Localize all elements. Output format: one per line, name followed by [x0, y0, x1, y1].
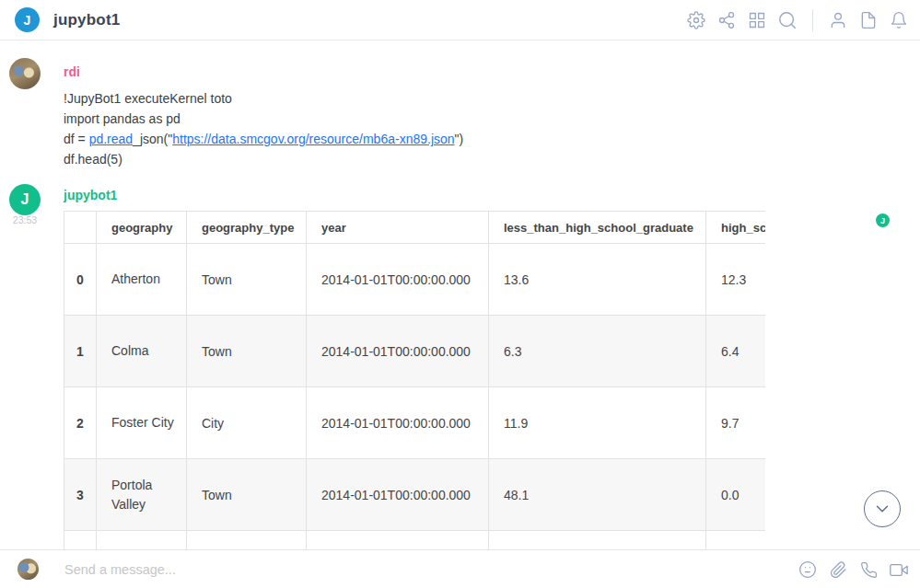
table-header-row: geographygeography_typeyearless_than_hig…: [64, 212, 766, 244]
table-header-cell: year: [307, 212, 489, 244]
scroll-to-bottom-button[interactable]: [864, 490, 901, 527]
table-cell: 9.7: [706, 387, 766, 459]
table-row: 2Foster CityCity2014-01-01T00:00:00.0001…: [64, 387, 766, 459]
bot-avatar-jupybot1[interactable]: J: [9, 184, 41, 215]
message-line: df = pd.read_json("https://data.smcgov.o…: [64, 129, 463, 149]
table-cell: 13.6: [489, 244, 706, 316]
table-row: [64, 531, 766, 550]
emoji-icon[interactable]: [798, 560, 817, 579]
table-header-cell: less_than_high_school_graduate: [489, 212, 706, 244]
table-cell: Town: [187, 459, 307, 531]
table-cell: Foster City: [97, 387, 187, 459]
table-row: 1ColmaTown2014-01-01T00:00:00.0006.36.4: [64, 316, 766, 387]
composer-actions: [798, 550, 908, 588]
table-header-cell: [64, 212, 97, 244]
link-pd-read[interactable]: pd.read: [89, 132, 133, 146]
phone-icon[interactable]: [859, 560, 878, 579]
app-window: J jupybot1: [0, 0, 920, 588]
message-composer: [0, 549, 920, 588]
message-line: import pandas as pd: [64, 109, 463, 129]
chevron-down-icon: [872, 499, 892, 519]
table-cell: Town: [187, 316, 307, 387]
table-cell: 11.9: [489, 387, 706, 459]
code-text: df =: [64, 132, 89, 146]
video-camera-icon[interactable]: [890, 560, 908, 579]
row-index-cell: 2: [64, 387, 97, 459]
table-cell: [187, 531, 307, 550]
message-timestamp: 23:53: [9, 214, 41, 225]
settings-icon[interactable]: [686, 10, 706, 30]
message-line: !JupyBot1 executeKernel toto: [64, 88, 463, 109]
table-header-cell: high_school_graduate: [706, 212, 766, 244]
table-cell: Town: [187, 244, 307, 316]
table-cell: [97, 531, 187, 550]
table-cell: Atherton: [97, 244, 187, 316]
search-icon[interactable]: [777, 10, 798, 30]
row-index-cell: 1: [64, 316, 97, 387]
channel-title: jupybot1: [53, 0, 120, 40]
link-dataset-url[interactable]: https://data.smcgov.org/resource/mb6a-xn…: [172, 132, 454, 146]
table-cell: 6.4: [706, 316, 766, 387]
dataframe-table: geographygeography_typeyearless_than_hig…: [64, 211, 765, 549]
table-header-cell: geography_type: [187, 212, 307, 244]
user-avatar-rdi[interactable]: [9, 58, 41, 89]
username-rdi[interactable]: rdi: [64, 64, 80, 79]
code-text: "): [455, 132, 464, 146]
table-cell: 2014-01-01T00:00:00.000: [307, 459, 489, 531]
table-cell: [307, 531, 489, 550]
table-cell: [489, 531, 706, 550]
message-input[interactable]: [64, 550, 562, 588]
table-cell: 48.1: [489, 459, 706, 531]
table-cell: 0.0: [706, 459, 766, 531]
header-actions: [686, 0, 909, 40]
channel-header: J jupybot1: [0, 0, 920, 40]
row-index-cell: 3: [64, 459, 97, 531]
header-divider: [812, 9, 813, 31]
message-body-rdi: !JupyBot1 executeKernel toto import pand…: [64, 88, 463, 169]
dataframe-table-container: geographygeography_typeyearless_than_hig…: [64, 211, 765, 549]
table-cell: Colma: [97, 316, 187, 387]
table-cell: City: [187, 387, 307, 459]
code-text: _json(": [133, 132, 172, 146]
document-icon[interactable]: [858, 10, 879, 30]
table-cell: [706, 531, 766, 550]
table-cell: Portola Valley: [97, 459, 187, 531]
row-index-cell: [64, 531, 97, 550]
unread-jump-badge[interactable]: J: [876, 213, 890, 227]
bell-icon[interactable]: [889, 10, 909, 30]
table-cell: 2014-01-01T00:00:00.000: [307, 244, 489, 316]
channel-avatar: J: [15, 7, 40, 32]
table-cell: 2014-01-01T00:00:00.000: [307, 387, 489, 459]
table-cell: 2014-01-01T00:00:00.000: [307, 316, 489, 387]
username-jupybot1[interactable]: jupybot1: [64, 188, 117, 202]
user-icon[interactable]: [828, 10, 848, 30]
row-index-cell: 0: [64, 244, 97, 316]
paperclip-icon[interactable]: [829, 560, 847, 579]
apps-grid-icon[interactable]: [747, 10, 767, 30]
composer-avatar: [17, 559, 39, 580]
table-row: 0AthertonTown2014-01-01T00:00:00.00013.6…: [64, 244, 766, 316]
table-cell: 12.3: [706, 244, 766, 316]
message-line: df.head(5): [64, 149, 463, 169]
share-icon[interactable]: [716, 10, 737, 30]
table-row: 3Portola ValleyTown2014-01-01T00:00:00.0…: [64, 459, 766, 531]
table-cell: 6.3: [489, 316, 706, 387]
table-header-cell: geography: [97, 212, 187, 244]
